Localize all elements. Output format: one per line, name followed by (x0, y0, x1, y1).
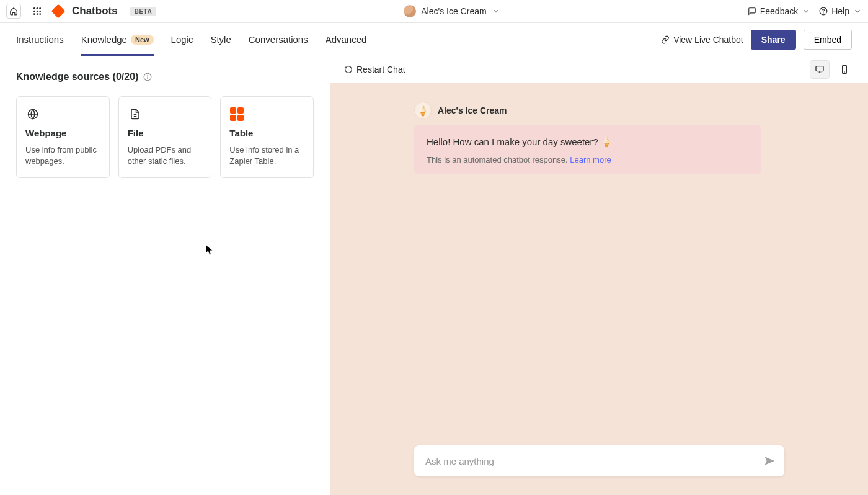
bot-name: Alec's Ice Cream (438, 105, 507, 115)
svg-rect-17 (816, 66, 823, 71)
svg-point-13 (148, 75, 148, 76)
chat-toolbar: Restart Chat (330, 56, 868, 83)
apps-button[interactable] (30, 4, 45, 19)
question-circle-icon (819, 7, 828, 16)
source-card-grid: Webpage Use info from public webpages. F… (16, 96, 314, 178)
beta-badge: BETA (130, 7, 156, 16)
svg-point-2 (39, 7, 41, 9)
home-button[interactable] (6, 4, 21, 19)
chat-canvas: 🍦 Alec's Ice Cream Hello! How can I make… (330, 83, 868, 495)
svg-point-3 (33, 11, 35, 12)
source-title: File (128, 128, 203, 138)
knowledge-pane: Knowledge sources (0/20) Webpage Use inf… (0, 56, 330, 495)
restart-chat-label: Restart Chat (356, 65, 405, 74)
tab-label: Logic (171, 34, 193, 45)
restart-icon (344, 65, 353, 74)
desktop-icon (815, 65, 825, 74)
restart-chat-button[interactable]: Restart Chat (344, 65, 405, 74)
file-icon (128, 107, 143, 122)
header-right: Feedback Help (748, 6, 862, 16)
table-icon (229, 107, 244, 122)
chevron-down-icon (492, 7, 500, 16)
app-title: Chatbots (72, 5, 118, 17)
embed-button[interactable]: Embed (804, 30, 852, 50)
top-header: Chatbots BETA Alec's Ice Cream Feedback … (0, 0, 868, 23)
sub-header: Instructions Knowledge New Logic Style C… (0, 23, 868, 56)
svg-point-10 (823, 12, 824, 13)
device-toggle (810, 60, 854, 79)
home-icon (9, 7, 18, 16)
help-label: Help (831, 6, 849, 16)
link-icon (661, 35, 670, 44)
tab-logic[interactable]: Logic (171, 23, 193, 56)
source-card-webpage[interactable]: Webpage Use info from public webpages. (16, 96, 110, 178)
tab-label: Style (210, 34, 231, 45)
chevron-down-icon (802, 7, 810, 16)
source-title: Table (229, 128, 304, 138)
share-button[interactable]: Share (751, 30, 796, 50)
source-card-file[interactable]: File Upload PDFs and other static files. (118, 96, 212, 178)
view-live-label: View Live Chatbot (673, 35, 743, 45)
source-desc: Use info from public webpages. (25, 145, 100, 166)
zapier-logo-icon (51, 4, 66, 19)
bot-greeting: Hello! How can I make your day sweeter? … (427, 136, 749, 148)
mobile-preview-button[interactable] (835, 60, 854, 79)
sub-header-actions: View Live Chatbot Share Embed (661, 30, 852, 50)
tab-advanced[interactable]: Advanced (326, 23, 367, 56)
tab-style[interactable]: Style (210, 23, 231, 56)
send-icon (764, 455, 775, 466)
footnote-text: This is an automated chatbot response. (427, 155, 570, 164)
apps-icon (32, 6, 42, 16)
chatbot-name: Alec's Ice Cream (421, 6, 486, 16)
svg-point-5 (39, 11, 41, 12)
svg-point-7 (37, 13, 38, 15)
desktop-preview-button[interactable] (810, 60, 830, 79)
tab-conversations[interactable]: Conversations (249, 23, 308, 56)
tab-label: Conversations (249, 34, 308, 45)
help-link[interactable]: Help (819, 6, 862, 16)
source-desc: Use info stored in a Zapier Table. (229, 145, 304, 166)
tab-label: Advanced (326, 34, 367, 45)
learn-more-link[interactable]: Learn more (570, 155, 611, 164)
user-avatar (404, 5, 416, 17)
bot-avatar-icon: 🍦 (414, 102, 432, 119)
mobile-icon (839, 65, 849, 74)
send-button[interactable] (760, 451, 779, 471)
bot-response-footnote: This is an automated chatbot response. L… (427, 155, 749, 164)
comment-icon (748, 7, 756, 16)
feedback-link[interactable]: Feedback (748, 6, 810, 16)
knowledge-sources-title-row: Knowledge sources (0/20) (16, 71, 314, 82)
svg-point-0 (33, 7, 35, 9)
chatbot-picker[interactable]: Alec's Ice Cream (404, 5, 500, 17)
new-badge: New (131, 35, 154, 45)
tab-label: Instructions (16, 34, 64, 45)
svg-point-8 (39, 13, 41, 15)
tab-instructions[interactable]: Instructions (16, 23, 64, 56)
tabs-row: Instructions Knowledge New Logic Style C… (16, 23, 366, 56)
chat-preview-pane: Restart Chat 🍦 Alec's Ice Cream Hello! H… (330, 56, 868, 495)
source-title: Webpage (25, 128, 100, 138)
source-card-table[interactable]: Table Use info stored in a Zapier Table. (220, 96, 314, 178)
info-circle-icon[interactable] (143, 73, 152, 81)
view-live-link[interactable]: View Live Chatbot (661, 35, 743, 45)
header-left: Chatbots BETA (6, 4, 156, 19)
svg-point-1 (37, 7, 38, 9)
chat-input[interactable] (414, 445, 784, 476)
tab-label: Knowledge (81, 34, 127, 45)
main-content: Knowledge sources (0/20) Webpage Use inf… (0, 56, 868, 495)
chat-text-input[interactable] (425, 456, 760, 466)
feedback-label: Feedback (760, 6, 798, 16)
tab-knowledge[interactable]: Knowledge New (81, 23, 154, 56)
chat-input-wrap (414, 445, 784, 476)
source-desc: Upload PDFs and other static files. (128, 145, 203, 166)
bot-message: Hello! How can I make your day sweeter? … (414, 125, 761, 174)
knowledge-sources-title: Knowledge sources (0/20) (16, 71, 138, 82)
svg-point-6 (33, 13, 35, 15)
bot-header: 🍦 Alec's Ice Cream (414, 102, 784, 119)
globe-icon (25, 107, 40, 122)
chevron-down-icon (853, 7, 862, 16)
svg-point-4 (37, 11, 38, 12)
